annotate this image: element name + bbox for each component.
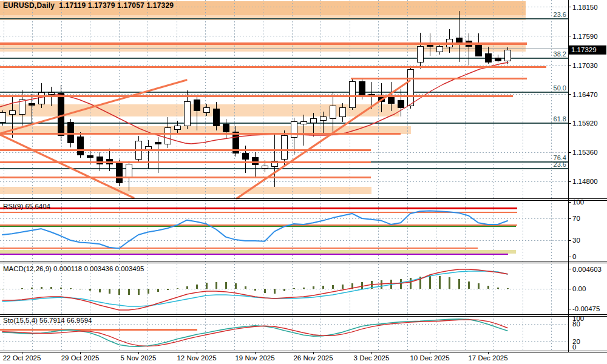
macd-histogram-bar	[128, 289, 130, 295]
date-axis-label: 10 Dec 2025	[410, 354, 449, 362]
macd-histogram-bar	[381, 280, 382, 289]
candle	[417, 33, 423, 69]
macd-histogram-bar	[186, 286, 188, 289]
fib-level-label: 23.6	[554, 11, 566, 18]
rsi-axis-label: 100	[572, 198, 584, 206]
rsi-axis-label: 0	[572, 253, 576, 260]
symbol-ohlc-header: EURUSD,Daily 1.17119 1.17379 1.17057 1.1…	[3, 1, 174, 10]
metatrader-chart-window: 23.638.250.061.876.423.61.181501.175901.…	[0, 0, 607, 364]
rsi-indicator-label: RSI(9) 65.6404	[3, 203, 50, 210]
macd-histogram-bar	[225, 282, 227, 289]
macd-histogram-bar	[274, 289, 276, 294]
price-axis-label: 1.16470	[572, 91, 598, 98]
sto-indicator-label: Sto(15,5,4) 56.7914 66.9594	[3, 317, 92, 324]
macd-indicator-label: MACD(12,26,9) 0.000118 0.003436 0.003495	[3, 265, 144, 272]
macd-axis-label: -0.00475	[572, 305, 600, 312]
macd-histogram-bar	[429, 275, 431, 289]
candle	[407, 67, 413, 109]
rsi-line	[2, 211, 507, 248]
macd-histogram-bar	[31, 288, 33, 289]
fib-level-label: 23.6	[554, 161, 566, 168]
candle	[252, 152, 258, 177]
macd-axis-label: 0.00	[572, 285, 586, 292]
macd-histogram-bar	[468, 281, 470, 289]
macd-histogram-bar	[118, 289, 120, 295]
fib-level-label: 61.8	[554, 115, 566, 123]
fib-level-label: 50.0	[554, 84, 566, 92]
support-resistance-layer	[0, 44, 546, 198]
macd-histogram-bar	[332, 285, 334, 289]
date-axis-label: 5 Nov 2025	[121, 354, 157, 362]
date-axis-label: 22 Oct 2025	[3, 354, 41, 362]
candle	[271, 133, 277, 187]
candle	[495, 55, 501, 62]
macd-histogram-bar	[439, 276, 441, 289]
macd-histogram-bar	[138, 289, 140, 295]
candle	[281, 130, 287, 166]
macd-histogram-bar	[507, 288, 509, 289]
candle	[135, 136, 141, 163]
candle	[126, 161, 132, 191]
macd-histogram-bar	[264, 289, 266, 293]
macd-axis-label: 0.004603	[572, 266, 602, 273]
rsi-axis-label: 70	[572, 215, 580, 222]
date-axis-label: 3 Dec 2025	[354, 354, 390, 362]
macd-histogram-bar	[303, 288, 305, 289]
macd-histogram-bar	[497, 288, 499, 289]
macd-histogram-bar	[167, 289, 169, 290]
macd-histogram-bar	[206, 283, 208, 289]
macd-histogram-bar	[487, 286, 489, 289]
macd-histogram-bar	[235, 283, 237, 289]
price-axis-label: 1.18150	[572, 4, 598, 11]
macd-histogram-bar	[21, 288, 23, 289]
candle	[164, 117, 171, 148]
candle	[19, 90, 25, 126]
price-axis-label: 1.17590	[572, 33, 598, 40]
macd-histogram-bar	[50, 287, 52, 289]
macd-histogram-bar	[254, 289, 256, 291]
price-axis-label: 1.17030	[572, 62, 598, 69]
macd-histogram-bar	[293, 288, 295, 289]
macd-histogram-bar	[196, 285, 198, 289]
date-axis-label: 17 Dec 2025	[468, 354, 507, 362]
sto-axis-label: 80	[572, 320, 580, 328]
macd-histogram-bar	[2, 289, 4, 289]
candles-layer	[0, 11, 510, 191]
macd-histogram-bar	[70, 288, 72, 289]
macd-histogram-bar	[313, 286, 314, 289]
price-axis-label: 1.15920	[572, 120, 598, 127]
fib-zone-band[interactable]	[0, 187, 371, 194]
macd-histogram-bar	[215, 282, 217, 289]
current-price-tag-label: 1.17329	[571, 46, 597, 53]
candle	[116, 160, 122, 186]
macd-panel-layer	[2, 269, 509, 310]
macd-histogram-bar	[283, 289, 285, 291]
chart-canvas[interactable]: 23.638.250.061.876.423.61.181501.175901.…	[0, 0, 607, 364]
fib-level-label: 38.2	[554, 50, 566, 58]
macd-histogram-bar	[60, 288, 62, 289]
candle	[504, 47, 510, 64]
rsi-band[interactable]	[0, 250, 516, 254]
candle	[349, 78, 355, 110]
macd-histogram-bar	[410, 278, 412, 289]
rsi-panel-layer	[0, 209, 517, 254]
macd-histogram-bar	[478, 283, 480, 289]
borders-layer	[0, 0, 607, 352]
candle	[155, 137, 161, 173]
candle	[77, 132, 83, 158]
macd-histogram-bar	[245, 286, 246, 289]
macd-histogram-bar	[177, 288, 178, 289]
candle	[223, 119, 229, 138]
date-axis-label: 12 Nov 2025	[177, 354, 216, 362]
trendline[interactable]	[237, 81, 410, 198]
macd-histogram-bar	[80, 289, 81, 289]
axis-layer: 1.181501.175901.170301.164701.159201.153…	[3, 4, 606, 362]
macd-histogram-bar	[99, 289, 101, 292]
macd-histogram-bar	[342, 285, 344, 289]
candle	[330, 92, 336, 132]
macd-histogram-bar	[89, 289, 91, 291]
date-axis-label: 26 Nov 2025	[293, 354, 333, 362]
macd-histogram-bar	[458, 279, 460, 289]
candle	[58, 85, 64, 141]
candle	[106, 149, 112, 171]
